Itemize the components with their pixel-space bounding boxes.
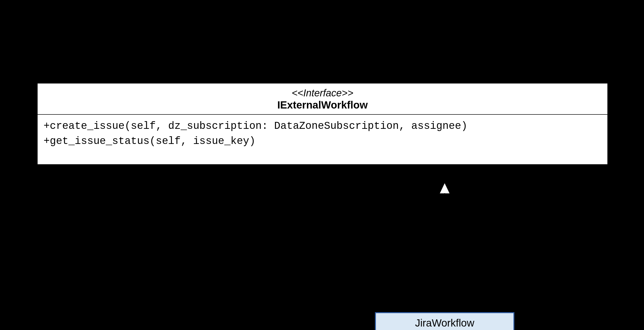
child-class-box: JiraWorkflow	[375, 312, 514, 330]
method-signature: +create_issue(self, dz_subscription: Dat…	[44, 119, 602, 133]
interface-class-box: <<Interface>> IExternalWorkflow +create_…	[37, 83, 608, 165]
interface-name: IExternalWorkflow	[38, 99, 608, 111]
interface-methods-compartment: +create_issue(self, dz_subscription: Dat…	[38, 115, 608, 164]
child-class-name: JiraWorkflow	[375, 312, 514, 330]
svg-marker-0	[439, 182, 450, 194]
method-signature: +get_issue_status(self, issue_key)	[44, 134, 602, 148]
realization-connector	[444, 193, 445, 312]
interface-stereotype: <<Interface>>	[38, 87, 608, 99]
realization-arrowhead-icon	[439, 182, 450, 194]
interface-header: <<Interface>> IExternalWorkflow	[38, 83, 608, 115]
